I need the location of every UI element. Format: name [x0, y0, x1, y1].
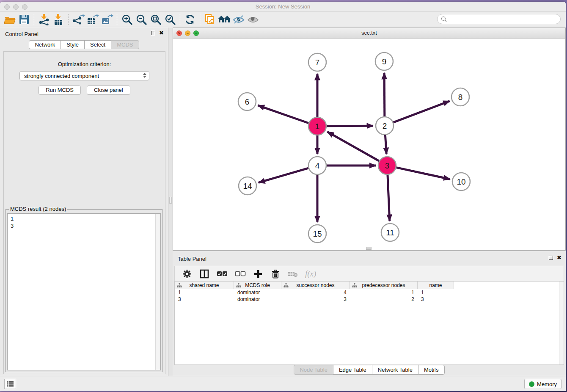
- tab-network-table[interactable]: Network Table: [372, 365, 418, 375]
- export-network-button[interactable]: [71, 13, 85, 26]
- mcds-result-item[interactable]: 3: [11, 222, 160, 229]
- table-cell[interactable]: dominator: [234, 289, 281, 296]
- create-column-button[interactable]: [253, 268, 263, 279]
- table-cell[interactable]: 1: [418, 289, 454, 296]
- tab-select[interactable]: Select: [84, 40, 111, 49]
- table-cell[interactable]: 3: [281, 296, 350, 303]
- splitter-grip[interactable]: [169, 197, 172, 204]
- graph-node-14[interactable]: 14: [239, 177, 256, 195]
- tab-node-table[interactable]: Node Table: [294, 365, 333, 375]
- tab-network[interactable]: Network: [29, 40, 61, 49]
- table-panel: Table Panel ✖: [173, 252, 566, 376]
- network-graph[interactable]: 7968124314101511: [173, 39, 565, 251]
- graph-node-4[interactable]: 4: [308, 157, 326, 174]
- graph-node-2[interactable]: 2: [376, 117, 394, 135]
- table-cell[interactable]: 4: [281, 289, 350, 296]
- delete-columns-button[interactable]: [270, 268, 281, 279]
- network-from-file-button[interactable]: [203, 13, 217, 26]
- control-panel-title: Control Panel: [5, 31, 39, 37]
- column-header-predecessor-nodes[interactable]: predecessor nodes: [350, 282, 418, 289]
- graph-node-1[interactable]: 1: [308, 117, 326, 135]
- zoom-fit-button[interactable]: [149, 13, 163, 26]
- select-all-button[interactable]: [217, 268, 228, 279]
- table-cell[interactable]: 3: [418, 296, 454, 303]
- import-network-button[interactable]: [37, 13, 51, 26]
- column-header-shared-name[interactable]: shared name: [175, 282, 234, 289]
- tab-motifs[interactable]: Motifs: [418, 365, 445, 375]
- table-cell[interactable]: 1: [350, 289, 418, 296]
- titlebar: Session: New Session: [0, 2, 566, 12]
- graph-edge-1-2[interactable]: [327, 126, 373, 126]
- home-button[interactable]: [217, 13, 231, 26]
- graph-node-8[interactable]: 8: [451, 88, 469, 106]
- graph-node-11[interactable]: 11: [381, 224, 399, 241]
- table-cell[interactable]: 3: [175, 296, 234, 303]
- function-builder-button[interactable]: f(x): [305, 268, 316, 279]
- gear-icon: [182, 269, 192, 279]
- mcds-result-list[interactable]: 1 3: [7, 213, 161, 370]
- graph-node-10[interactable]: 10: [452, 173, 470, 190]
- task-history-button[interactable]: [4, 379, 16, 389]
- float-table-panel-icon[interactable]: [549, 256, 553, 260]
- result-scrollbar[interactable]: [155, 214, 160, 370]
- table-settings-button[interactable]: [182, 268, 192, 279]
- table-row[interactable]: 3dominator323: [175, 296, 564, 303]
- graph-edge-4-14[interactable]: [259, 168, 308, 182]
- svg-text:8: 8: [458, 93, 463, 102]
- show-all-button[interactable]: [246, 13, 260, 26]
- delete-table-button[interactable]: [288, 268, 298, 279]
- zoom-selected-button[interactable]: [163, 13, 177, 26]
- run-mcds-button[interactable]: Run MCDS: [39, 86, 81, 95]
- graph-edge-3-11[interactable]: [388, 175, 390, 221]
- tab-mcds[interactable]: MCDS: [111, 40, 139, 49]
- open-file-button[interactable]: [3, 13, 17, 26]
- mcds-result-item[interactable]: 1: [11, 215, 160, 222]
- graph-edge-2-8[interactable]: [394, 101, 450, 123]
- hide-selected-button[interactable]: [231, 13, 246, 26]
- table-cell[interactable]: dominator: [234, 296, 281, 303]
- export-table-button[interactable]: [85, 13, 100, 26]
- table-scrollbar[interactable]: [559, 282, 564, 364]
- network-canvas[interactable]: 7968124314101511: [173, 39, 565, 250]
- zoom-in-button[interactable]: [120, 13, 134, 26]
- column-header-MCDS-role[interactable]: MCDS role: [234, 282, 281, 289]
- optimization-criterion-label: Optimization criterion:: [4, 61, 165, 67]
- graph-edge-3-10[interactable]: [396, 168, 450, 179]
- graph-node-15[interactable]: 15: [308, 225, 326, 243]
- show-columns-button[interactable]: [199, 268, 209, 279]
- float-panel-icon[interactable]: [151, 31, 155, 35]
- save-session-button[interactable]: [17, 13, 31, 26]
- svg-text:2: 2: [383, 121, 387, 130]
- table-cell[interactable]: 1: [175, 289, 234, 296]
- graph-edge-3-1[interactable]: [328, 132, 379, 161]
- memory-button[interactable]: Memory: [524, 379, 561, 389]
- network-window-titlebar[interactable]: ✕ − + scc.txt: [173, 28, 565, 39]
- column-header-successor-nodes[interactable]: successor nodes: [281, 282, 350, 289]
- tab-edge-table[interactable]: Edge Table: [333, 365, 372, 375]
- panel-resize-grip[interactable]: [366, 247, 372, 250]
- graph-node-9[interactable]: 9: [375, 52, 393, 70]
- criterion-select[interactable]: strongly connected component: [19, 71, 149, 80]
- select-all-icon: [217, 271, 228, 277]
- column-header-name[interactable]: name: [418, 282, 454, 289]
- import-table-button[interactable]: [51, 13, 66, 26]
- graph-node-3[interactable]: 3: [378, 157, 396, 174]
- table-row[interactable]: 1dominator411: [175, 289, 564, 296]
- graph-edge-2-9[interactable]: [384, 73, 385, 116]
- close-table-panel-icon[interactable]: ✖: [557, 256, 561, 260]
- zoom-out-button[interactable]: [134, 13, 149, 26]
- graph-node-7[interactable]: 7: [308, 53, 326, 71]
- deselect-all-button[interactable]: [235, 268, 246, 279]
- table-cell[interactable]: 2: [350, 296, 418, 303]
- delete-table-icon: [288, 271, 298, 277]
- export-image-button[interactable]: [100, 13, 114, 26]
- graph-edge-2-3[interactable]: [385, 135, 386, 154]
- graph-node-6[interactable]: 6: [238, 93, 256, 110]
- refresh-layout-button[interactable]: [183, 13, 197, 26]
- close-panel-button[interactable]: Close panel: [87, 86, 130, 95]
- vertical-splitter[interactable]: [168, 28, 173, 376]
- search-input[interactable]: [437, 14, 561, 24]
- tab-style[interactable]: Style: [61, 40, 85, 49]
- close-panel-icon[interactable]: ✖: [159, 31, 164, 35]
- graph-edge-1-6[interactable]: [258, 105, 308, 123]
